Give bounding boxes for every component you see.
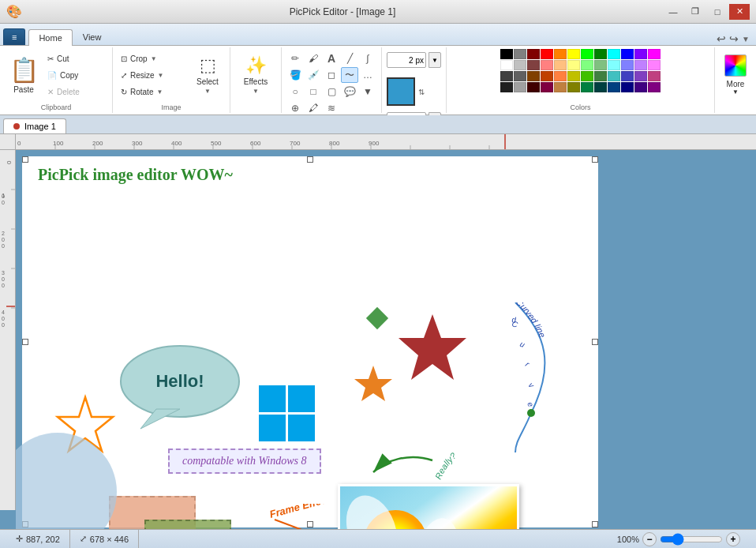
freehand-tool[interactable]: 〜 (341, 67, 358, 83)
palette-color-cell[interactable] (634, 60, 647, 70)
stroke-size-dropdown[interactable]: ▼ (429, 52, 441, 68)
palette-color-cell[interactable] (500, 82, 513, 92)
palette-color-cell[interactable] (594, 60, 607, 70)
palette-color-cell[interactable] (648, 82, 661, 92)
minimize-button[interactable]: — (663, 4, 683, 20)
palette-color-cell[interactable] (567, 82, 580, 92)
curve-tool[interactable]: ∫ (359, 51, 376, 66)
rounded-rect-tool[interactable]: ▢ (323, 84, 340, 99)
palette-color-cell[interactable] (554, 71, 567, 81)
speech-bubble-tool[interactable]: 💬 (341, 84, 358, 99)
blur-tool[interactable]: ≋ (323, 100, 340, 116)
palette-color-cell[interactable] (594, 71, 607, 81)
palette-color-cell[interactable] (514, 71, 526, 81)
crop-button[interactable]: ⊡ Crop ▼ (118, 51, 189, 66)
tab-view[interactable]: View (73, 28, 112, 45)
palette-color-cell[interactable] (581, 82, 593, 92)
palette-color-cell[interactable] (527, 82, 540, 92)
paste-button[interactable]: 📋 Paste (5, 49, 43, 101)
palette-color-cell[interactable] (634, 71, 647, 81)
palette-color-cell[interactable] (648, 71, 661, 81)
palette-color-cell[interactable] (608, 71, 620, 81)
palette-color-cell[interactable] (541, 71, 553, 81)
palette-color-cell[interactable] (608, 49, 620, 59)
palette-color-cell[interactable] (567, 60, 580, 70)
palette-color-cell[interactable] (500, 60, 513, 70)
palette-color-cell[interactable] (514, 82, 526, 92)
palette-color-cell[interactable] (554, 49, 567, 59)
eraser-tool[interactable]: ◻ (323, 67, 340, 83)
canvas-viewport[interactable]: PicPick image editor WOW~ Hello! (16, 150, 756, 529)
palette-color-cell[interactable] (621, 60, 634, 70)
palette-color-cell[interactable] (634, 82, 647, 92)
palette-color-cell[interactable] (527, 49, 540, 59)
handle-mr[interactable] (592, 339, 598, 345)
handle-tr[interactable] (592, 156, 598, 163)
highlight-tool[interactable]: 🖍 (305, 100, 322, 116)
stroke-size-input[interactable] (387, 52, 426, 68)
effects-button[interactable]: ✨ Effects ▼ (235, 49, 276, 101)
palette-color-cell[interactable] (554, 82, 567, 92)
select-button[interactable]: ⬚ Select ▼ (190, 49, 225, 101)
palette-color-cell[interactable] (608, 60, 620, 70)
stamp-tool[interactable]: … (359, 67, 376, 83)
palette-color-cell[interactable] (581, 60, 593, 70)
main-color-swatch[interactable] (387, 77, 415, 106)
palette-color-cell[interactable] (567, 71, 580, 81)
undo-button[interactable]: ↩ (717, 32, 726, 45)
palette-color-cell[interactable] (541, 82, 553, 92)
palette-color-cell[interactable] (594, 49, 607, 59)
restore-button[interactable]: ❐ (685, 4, 705, 20)
palette-color-cell[interactable] (648, 49, 661, 59)
palette-color-cell[interactable] (621, 49, 634, 59)
palette-color-cell[interactable] (581, 71, 593, 81)
color-balance-tool[interactable]: ⊕ (286, 100, 304, 116)
pencil-tool[interactable]: ✏ (286, 51, 304, 66)
palette-color-cell[interactable] (634, 49, 647, 59)
palette-color-cell[interactable] (567, 49, 580, 59)
palette-color-cell[interactable] (541, 49, 553, 59)
doc-tab-image1[interactable]: Image 1 (3, 118, 66, 133)
cut-button[interactable]: ✂ Cut (44, 51, 107, 66)
swap-colors-icon[interactable]: ⇅ (418, 88, 425, 96)
eyedropper-tool[interactable]: 💉 (305, 67, 322, 83)
palette-color-cell[interactable] (500, 49, 513, 59)
delete-button[interactable]: ✕ Delete (44, 84, 107, 99)
tab-file[interactable]: ≡ (3, 28, 25, 45)
zoom-out-button[interactable]: − (642, 532, 657, 546)
palette-color-cell[interactable] (554, 60, 567, 70)
palette-color-cell[interactable] (527, 71, 540, 81)
palette-color-cell[interactable] (527, 60, 540, 70)
tab-home[interactable]: Home (28, 29, 72, 46)
palette-color-cell[interactable] (581, 49, 593, 59)
resize-button[interactable]: ⤢ Resize ▼ (118, 67, 189, 83)
handle-ml[interactable] (22, 339, 28, 345)
palette-color-cell[interactable] (514, 60, 526, 70)
palette-color-cell[interactable] (621, 82, 634, 92)
line-tool[interactable]: ╱ (341, 51, 358, 66)
maximize-button[interactable]: □ (707, 4, 728, 20)
handle-tl[interactable] (22, 156, 28, 163)
close-button[interactable]: ✕ (729, 4, 750, 20)
expand-tool[interactable]: ▼ (359, 84, 376, 99)
copy-button[interactable]: 📄 Copy (44, 67, 107, 83)
more-button[interactable]: More ▼ (720, 49, 751, 101)
text-tool[interactable]: A (323, 51, 340, 66)
zoom-in-button[interactable]: + (726, 532, 740, 546)
palette-color-cell[interactable] (608, 82, 620, 92)
palette-color-cell[interactable] (541, 60, 553, 70)
palette-color-cell[interactable] (621, 71, 634, 81)
fill-tool[interactable]: 🪣 (286, 67, 304, 83)
rotate-button[interactable]: ↻ Rotate ▼ (118, 84, 189, 99)
ellipse-tool[interactable]: ○ (286, 84, 304, 99)
zoom-slider[interactable] (660, 533, 723, 546)
handle-tm[interactable] (307, 156, 313, 163)
palette-color-cell[interactable] (500, 71, 513, 81)
rect-tool[interactable]: □ (305, 84, 322, 99)
palette-color-cell[interactable] (594, 82, 607, 92)
redo-button[interactable]: ↪ (729, 32, 739, 45)
palette-color-cell[interactable] (514, 49, 526, 59)
palette-color-cell[interactable] (648, 60, 661, 70)
handle-br[interactable] (592, 521, 598, 527)
brush-tool[interactable]: 🖌 (305, 51, 322, 66)
